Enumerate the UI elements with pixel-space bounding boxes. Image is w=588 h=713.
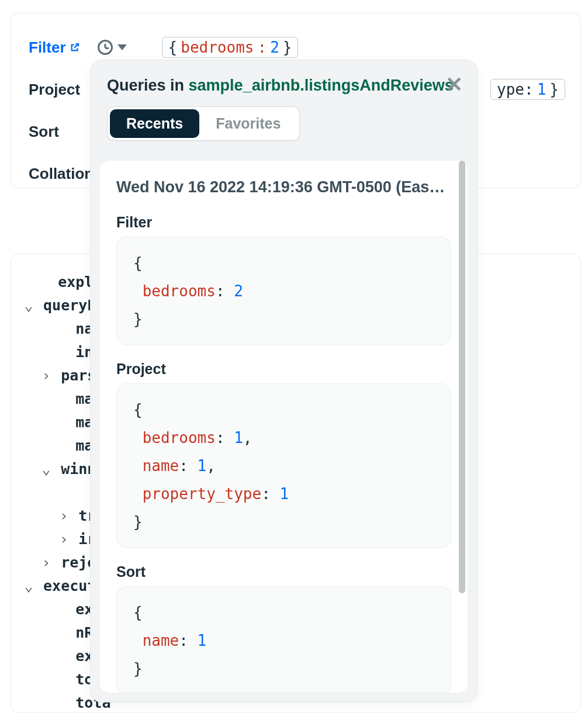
collation-label: Collation (29, 165, 94, 183)
history-timestamp: Wed Nov 16 2022 14:19:36 GMT-0500 (Eas… (116, 178, 451, 196)
code-block: { bedrooms: 1, name: 1, property_type: 1… (116, 383, 451, 548)
tab-favorites[interactable]: Favorites (199, 109, 297, 138)
sort-label: Sort (29, 123, 59, 141)
section-label: Sort (116, 563, 451, 580)
code-block: { bedrooms: 2} (116, 237, 451, 345)
section-label: Filter (116, 214, 451, 231)
tabs: Recents Favorites (107, 106, 300, 141)
query-history-popover: ✕ Queries in sample_airbnb.listingsAndRe… (90, 60, 478, 702)
project-pill-fragment[interactable]: ype: 1 } (490, 79, 565, 100)
history-card[interactable]: Wed Nov 16 2022 14:19:36 GMT-0500 (Eas… … (100, 161, 468, 693)
close-icon[interactable]: ✕ (445, 74, 463, 95)
code-block: { name: 1} (116, 586, 451, 693)
tab-recents[interactable]: Recents (110, 109, 199, 138)
filter-link[interactable]: Filter (29, 39, 80, 57)
external-link-icon (70, 39, 80, 49)
filter-link-label: Filter (29, 39, 66, 57)
filter-pill[interactable]: { bedrooms: 2 } (162, 37, 299, 58)
scrollbar-thumb[interactable] (459, 161, 465, 593)
clock-icon (98, 40, 113, 55)
popover-title: Queries in sample_airbnb.listingsAndRevi… (107, 77, 461, 95)
caret-down-icon (117, 44, 127, 50)
project-label: Project (29, 81, 80, 99)
query-history-button[interactable] (98, 40, 127, 55)
namespace: sample_airbnb.listingsAndReviews (189, 77, 454, 94)
section-label: Project (116, 361, 451, 378)
